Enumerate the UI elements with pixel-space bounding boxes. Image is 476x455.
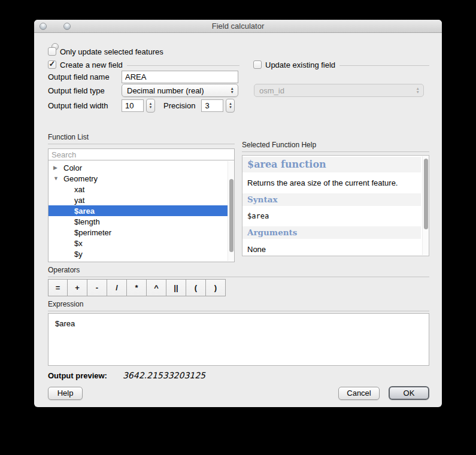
only-update-selected-label: Only update selected features — [60, 47, 163, 56]
chevron-right-icon[interactable]: ▶ — [53, 165, 60, 171]
output-field-type-dropdown[interactable]: Decimal number (real) — [122, 84, 238, 97]
help-arguments-value: None — [242, 239, 421, 255]
output-preview-value: 3642.21533203125 — [123, 371, 205, 380]
create-new-field-label: Create a new field — [60, 60, 123, 69]
expression-label: Expression — [48, 300, 429, 311]
output-field-type-value: Decimal number (real) — [127, 86, 204, 95]
field-calculator-dialog: Field calculator Only update selected fe… — [34, 20, 442, 407]
tree-item-y[interactable]: $y — [48, 248, 234, 259]
operator-divide-button[interactable]: / — [107, 279, 127, 296]
help-syntax-code: $area — [242, 206, 421, 224]
search-input[interactable] — [48, 148, 235, 160]
tree-item-length[interactable]: $length — [48, 216, 234, 227]
function-list: ▶ Color ▼ Geometry xat yat $area — [48, 160, 235, 262]
output-field-name-label: Output field name — [48, 72, 122, 81]
expression-editor[interactable]: $area — [48, 313, 429, 366]
function-list-label: Function List — [48, 133, 235, 144]
chevron-down-icon[interactable]: ▼ — [53, 175, 60, 181]
tree-item-x[interactable]: $x — [48, 238, 234, 248]
operator-close-paren-button[interactable]: ) — [206, 279, 226, 296]
update-existing-field-label: Update existing field — [265, 60, 335, 69]
operator-plus-button[interactable]: + — [68, 279, 87, 296]
zoom-icon[interactable] — [63, 23, 71, 30]
help-arguments-heading: Arguments — [242, 226, 421, 239]
tree-item-xat[interactable]: xat — [48, 184, 234, 195]
help-title: $area function — [242, 157, 421, 172]
output-field-name-input[interactable] — [122, 71, 238, 83]
output-preview-label: Output preview: — [48, 371, 107, 380]
operator-minus-button[interactable]: - — [87, 279, 107, 296]
help-scrollbar[interactable] — [422, 156, 429, 255]
update-existing-field-checkbox[interactable] — [253, 60, 262, 69]
existing-field-dropdown: osm_id — [254, 84, 424, 97]
output-field-width-input[interactable] — [122, 99, 144, 112]
tree-group-color[interactable]: ▶ Color — [48, 162, 234, 173]
dropdown-arrows-icon — [231, 87, 234, 94]
dropdown-arrows-icon — [416, 87, 420, 94]
operator-equals-button[interactable]: = — [48, 279, 68, 296]
help-syntax-heading: Syntax — [242, 193, 421, 206]
close-icon[interactable] — [40, 23, 47, 30]
cancel-button[interactable]: Cancel — [338, 387, 380, 400]
operator-concat-button[interactable]: || — [166, 279, 186, 296]
scrollbar-thumb[interactable] — [424, 159, 428, 229]
operator-multiply-button[interactable]: * — [127, 279, 147, 296]
output-field-width-label: Output field width — [48, 101, 122, 110]
output-field-type-label: Output field type — [48, 86, 122, 95]
window-title: Field calculator — [212, 22, 264, 31]
help-button[interactable]: Help — [48, 387, 83, 400]
tree-group-geometry[interactable]: ▼ Geometry — [48, 173, 234, 184]
precision-stepper[interactable] — [226, 99, 235, 113]
ok-button[interactable]: OK — [389, 386, 429, 400]
group-divider-line — [339, 65, 429, 66]
function-list-scrollbar[interactable] — [228, 161, 234, 261]
tree-item-area[interactable]: $area — [48, 205, 234, 216]
precision-label: Precision — [163, 101, 195, 110]
existing-field-value: osm_id — [259, 86, 284, 95]
operator-power-button[interactable]: ^ — [147, 279, 166, 296]
operators-row: = + - / * ^ || ( ) — [48, 279, 226, 296]
help-description: Returns the area size of the current fea… — [242, 172, 421, 191]
operators-label: Operators — [48, 266, 429, 277]
precision-input[interactable] — [201, 99, 223, 112]
group-divider-line — [127, 65, 239, 66]
title-bar: Field calculator — [34, 20, 442, 33]
scrollbar-thumb[interactable] — [229, 179, 234, 252]
only-update-selected-checkbox[interactable] — [48, 47, 56, 56]
function-help-panel: $area function Returns the area size of … — [242, 155, 429, 256]
operator-open-paren-button[interactable]: ( — [186, 279, 206, 296]
tree-item-yat[interactable]: yat — [48, 195, 234, 205]
selected-function-help-label: Selected Function Help — [242, 141, 429, 152]
width-stepper[interactable] — [146, 99, 155, 113]
create-new-field-checkbox[interactable] — [48, 60, 56, 69]
tree-item-perimeter[interactable]: $perimeter — [48, 227, 234, 238]
